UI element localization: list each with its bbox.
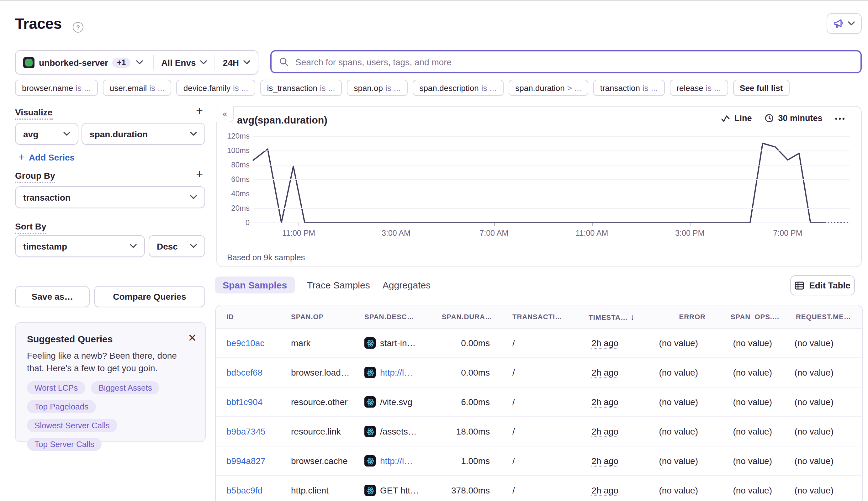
tab-aggregates[interactable]: Aggregates	[383, 276, 431, 293]
request-method-cell: (no value)	[785, 358, 862, 387]
add-visualize-icon[interactable]: +	[193, 105, 206, 117]
column-header-transacti[interactable]: TRANSACTI…	[497, 305, 566, 329]
timestamp-cell[interactable]: 2h ago	[591, 397, 618, 407]
column-header-span-dura[interactable]: SPAN.DURA…	[441, 305, 497, 329]
gridline	[253, 150, 850, 151]
column-header-span-op[interactable]: SPAN.OP	[286, 305, 359, 329]
chart-type-button[interactable]: Line	[721, 114, 752, 123]
span-description-link[interactable]: http://l…	[380, 367, 413, 377]
column-header-label: SPAN_OPS.…	[731, 313, 780, 320]
sort-direction-select[interactable]: Desc	[149, 235, 205, 257]
span-description-link[interactable]: http://l…	[380, 456, 413, 466]
project-selector[interactable]: unborked-server +1	[16, 51, 153, 74]
filter-chip[interactable]: transactionis...	[593, 79, 665, 96]
column-header-request-me[interactable]: REQUEST.ME…	[785, 305, 862, 329]
add-series-button[interactable]: + Add Series	[18, 151, 75, 164]
x-axis-tick-label: 7:00 PM	[763, 229, 813, 238]
filter-chip-key: span.description	[419, 83, 478, 93]
environment-selector[interactable]: All Envs	[154, 51, 215, 74]
timestamp-cell[interactable]: 2h ago	[591, 456, 618, 466]
sort-field-value: timestamp	[23, 241, 67, 251]
span-id-link[interactable]: b5bac9fd	[226, 485, 263, 495]
error-cell: (no value)	[638, 476, 711, 501]
filter-chip[interactable]: user.emailis...	[103, 79, 171, 96]
group-by-select[interactable]: transaction	[15, 186, 205, 208]
filter-chip-value: ...	[242, 83, 248, 93]
span-description-text: /vite.svg	[380, 397, 412, 407]
span-id-link[interactable]: bbf1c904	[226, 397, 263, 407]
filter-chip[interactable]: device.familyis...	[177, 79, 255, 96]
span-description-cell: GET htt…	[364, 485, 440, 496]
column-header-timesta[interactable]: TIMESTA…↓	[566, 305, 638, 329]
chevron-down-icon	[190, 244, 197, 248]
search-input[interactable]	[294, 56, 853, 67]
filter-chip-key: browser.name	[22, 83, 73, 93]
aggregate-select[interactable]: avg	[15, 123, 78, 145]
filter-chip-operator: is	[76, 83, 82, 93]
x-axis-tick-label: 7:00 AM	[469, 229, 519, 238]
compare-queries-button[interactable]: Compare Queries	[94, 286, 205, 307]
error-cell: (no value)	[638, 329, 711, 358]
timestamp-cell[interactable]: 2h ago	[591, 485, 618, 495]
transaction-cell: /	[497, 329, 566, 358]
see-full-list-button[interactable]: See full list	[733, 79, 790, 96]
help-icon[interactable]: ?	[73, 22, 83, 33]
line-series	[253, 136, 850, 224]
transaction-cell: /	[497, 446, 566, 476]
filter-chip[interactable]: span.descriptionis...	[412, 79, 503, 96]
feedback-button[interactable]	[827, 13, 862, 34]
tab-span-samples[interactable]: Span Samples	[215, 276, 295, 293]
y-axis-tick-label: 120ms	[218, 132, 250, 140]
suggested-query-pill[interactable]: Biggest Assets	[91, 381, 160, 394]
page-title: Traces	[15, 15, 62, 33]
sort-field-select[interactable]: timestamp	[15, 235, 145, 257]
span-op-cell: resource.link	[286, 417, 359, 446]
filter-chip-key: span.op	[354, 83, 383, 93]
column-header-span-ops[interactable]: SPAN_OPS.…	[711, 305, 785, 329]
add-group-by-icon[interactable]: +	[193, 168, 206, 181]
chevron-down-icon	[136, 60, 143, 65]
table-icon	[795, 281, 804, 289]
tab-trace-samples[interactable]: Trace Samples	[307, 276, 370, 293]
span-description-cell: /assets…	[364, 426, 440, 437]
span-id-link[interactable]: bd5cef68	[226, 367, 263, 377]
filter-chip[interactable]: span.duration>...	[508, 79, 588, 96]
chart-interval-button[interactable]: 30 minutes	[764, 114, 823, 123]
save-as-button[interactable]: Save as…	[15, 286, 90, 307]
error-cell: (no value)	[638, 417, 711, 446]
span-op-cell: resource.other	[286, 387, 359, 417]
filter-chip-key: span.duration	[515, 83, 565, 93]
column-header-span-desc[interactable]: SPAN.DESC…	[359, 305, 441, 329]
timestamp-cell[interactable]: 2h ago	[591, 367, 618, 377]
span-op-cell: browser.load…	[286, 358, 359, 387]
timestamp-cell[interactable]: 2h ago	[591, 338, 618, 348]
column-header-error[interactable]: ERROR	[638, 305, 711, 329]
suggested-query-pill[interactable]: Worst LCPs	[27, 381, 85, 394]
column-header-id[interactable]: ID	[216, 305, 286, 329]
chart-sample-count: Based on 9k samples	[227, 253, 305, 262]
search-bar[interactable]	[270, 50, 862, 73]
filter-chip[interactable]: releaseis...	[669, 79, 728, 96]
suggested-query-pill[interactable]: Slowest Server Calls	[27, 418, 117, 432]
suggested-query-pill[interactable]: Top Pageloads	[27, 400, 96, 413]
span-id-link[interactable]: b994a827	[226, 456, 266, 466]
suggested-query-pill[interactable]: Top Server Calls	[27, 437, 102, 450]
edit-table-button[interactable]: Edit Table	[790, 275, 855, 295]
aggregate-value: avg	[23, 129, 38, 139]
x-axis-tick-label: 11:00 PM	[274, 229, 324, 238]
filter-chip[interactable]: is_transactionis...	[260, 79, 342, 96]
more-options-icon[interactable]: •••	[835, 115, 846, 122]
add-series-label: Add Series	[29, 152, 75, 162]
timestamp-cell[interactable]: 2h ago	[591, 426, 618, 436]
span-op-cell: browser.cache	[286, 446, 359, 476]
close-icon[interactable]: ×	[188, 331, 196, 345]
collapse-sidebar-icon[interactable]: «	[216, 106, 234, 122]
time-range-selector[interactable]: 24H	[215, 51, 258, 74]
filter-chip[interactable]: span.opis...	[347, 79, 407, 96]
filter-chip[interactable]: browser.nameis...	[15, 79, 98, 96]
span-id-link[interactable]: b9ba7345	[226, 426, 266, 436]
span-description-cell: http://l…	[364, 367, 440, 378]
span-ops-cell: (no value)	[711, 358, 785, 387]
span-id-link[interactable]: be9c10ac	[226, 338, 264, 348]
visualize-field-select[interactable]: span.duration	[82, 123, 205, 145]
